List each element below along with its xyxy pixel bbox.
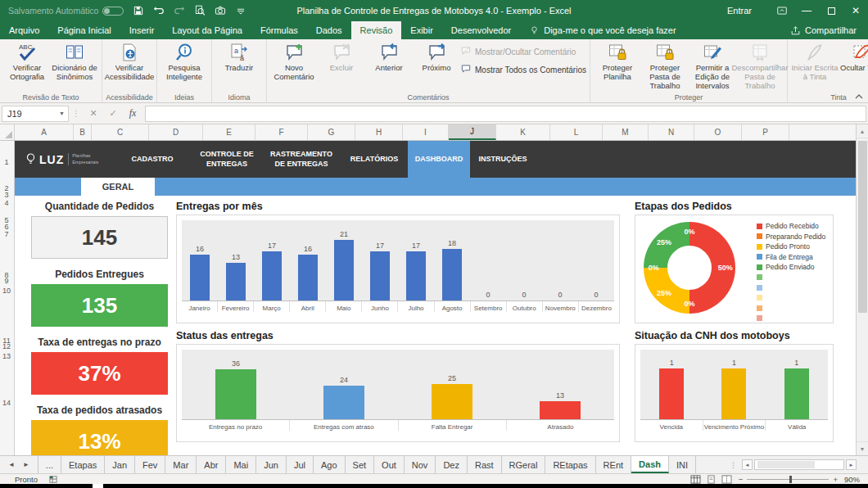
row-header-4[interactable]: 4 [0, 199, 13, 207]
sheet-tab-set[interactable]: Set [346, 456, 375, 473]
close-button[interactable]: ✕ [843, 0, 868, 21]
camera-button[interactable] [214, 4, 227, 17]
sheet-tab-abr[interactable]: Abr [197, 456, 226, 473]
dashboard-tab-dashboard[interactable]: DASHBOARD [408, 141, 470, 178]
sheet-tab-rgeral[interactable]: RGeral [502, 456, 546, 473]
sheet-tab-rent[interactable]: REnt [596, 456, 631, 473]
vertical-scrollbar[interactable]: ▲ ▼ [856, 124, 868, 455]
hscroll-track[interactable] [754, 459, 844, 470]
ribbon-button-proteger-planilha[interactable]: Proteger Planilha [594, 41, 641, 82]
ribbon-display-options-icon[interactable] [770, 0, 794, 21]
redo-button[interactable] [173, 4, 186, 17]
dashboard-tab-relatorios[interactable]: RELATÓRIOS [341, 141, 408, 178]
zoom-thumb[interactable] [789, 476, 792, 483]
zoom-in-icon[interactable]: + [833, 475, 838, 484]
row-header-7[interactable]: 7 [0, 230, 13, 238]
sheet-tab-mar[interactable]: Mar [165, 456, 197, 473]
sheet-tab-dez[interactable]: Dez [436, 456, 468, 473]
namebox-dropdown-icon[interactable]: ▼ [59, 111, 68, 116]
ribbon-button-mostrar-todos-os-comentarios[interactable]: Mostrar Todos os Comentários [460, 61, 586, 78]
menu-tab-exibir[interactable]: Exibir [401, 21, 442, 39]
column-header-f[interactable]: F [255, 124, 308, 140]
menu-tab-revisao[interactable]: Revisão [351, 21, 402, 39]
scroll-down-icon[interactable]: ▼ [857, 441, 868, 455]
row-header-14[interactable]: 14 [0, 399, 13, 407]
view-page-layout-icon[interactable] [706, 475, 717, 484]
view-normal-icon[interactable] [690, 475, 701, 484]
scroll-up-icon[interactable]: ▲ [857, 124, 868, 138]
undo-button[interactable] [152, 4, 165, 17]
zoom-slider[interactable] [747, 479, 829, 480]
menu-tab-arquivo[interactable]: Arquivo [0, 21, 48, 39]
menu-tab-inserir[interactable]: Inserir [120, 21, 164, 39]
dashboard-tab-controle-de-entregas[interactable]: CONTROLE DE ENTREGAS [192, 141, 262, 178]
sheet-tab-jan[interactable]: Jan [105, 456, 135, 473]
ribbon-button-traduzir[interactable]: aǎTraduzir [215, 41, 263, 73]
sheet-tab-rast[interactable]: Rast [468, 456, 502, 473]
sheet-tab-jul[interactable]: Jul [287, 456, 314, 473]
autosave-switch[interactable] [102, 7, 124, 16]
hscroll-left-icon[interactable]: ◄ [742, 459, 753, 470]
collapse-ribbon-icon[interactable] [855, 88, 863, 103]
vscroll-thumb[interactable] [858, 141, 867, 313]
sheet-nav-left-icon[interactable]: ◄ [8, 461, 15, 468]
print-preview-button[interactable] [193, 4, 206, 17]
dashboard-tab-instrucoes[interactable]: INSTRUÇÕES [470, 141, 536, 178]
menu-tab-formulas[interactable]: Fórmulas [251, 21, 307, 39]
sheet-tab-nov[interactable]: Nov [405, 456, 436, 473]
column-header-i[interactable]: I [403, 124, 449, 140]
ribbon-button-anterior[interactable]: Anterior [365, 41, 413, 73]
restore-button[interactable] [819, 0, 843, 21]
row-header-13[interactable]: 13 [0, 352, 13, 360]
sheet-tab-ago[interactable]: Ago [314, 456, 346, 473]
confirm-entry-icon[interactable]: ✓ [104, 106, 122, 122]
macro-record-icon[interactable] [49, 476, 57, 483]
ribbon-button-verificar-ortografia[interactable]: ABCVerificar Ortografia [3, 41, 51, 82]
ribbon-button-permitir-a-edicao-de-intervalos[interactable]: Permitir a Edição de Intervalos [689, 41, 736, 91]
sheet-tab-fev[interactable]: Fev [135, 456, 165, 473]
menu-tab-layout-da-pagina[interactable]: Layout da Página [163, 21, 251, 39]
row-header-12[interactable]: 12 [0, 342, 13, 350]
hscroll-thumb[interactable] [757, 461, 815, 468]
dashboard-tab-cadastro[interactable]: CADASTRO [113, 141, 192, 178]
zoom-out-icon[interactable]: − [739, 475, 744, 484]
column-header-b[interactable]: B [74, 124, 92, 140]
select-all-corner[interactable] [0, 124, 15, 140]
column-header-o[interactable]: O [694, 124, 742, 140]
ribbon-button-dicionario-de-sinonimos[interactable]: Dicionário de Sinônimos [51, 41, 98, 82]
ribbon-button-verificar-acessibilidade[interactable]: Verificar Acessibilidade [106, 41, 153, 82]
column-header-h[interactable]: H [355, 124, 403, 140]
sheet-tab-etapas[interactable]: Etapas [61, 456, 105, 473]
view-page-break-icon[interactable] [721, 475, 732, 484]
ribbon-button-novo-comentario[interactable]: Novo Comentário [270, 41, 318, 82]
row-header-9[interactable]: 9 [0, 277, 13, 285]
menu-tab-dados[interactable]: Dados [307, 21, 351, 39]
column-header-a[interactable]: A [15, 124, 74, 140]
sheet-nav-right-icon[interactable]: ► [23, 461, 29, 468]
sheet-tab-dash[interactable]: Dash [631, 456, 669, 473]
menu-tab-desenvolvedor[interactable]: Desenvolvedor [442, 21, 520, 39]
column-header-m[interactable]: M [603, 124, 649, 140]
column-header-l[interactable]: L [550, 124, 603, 140]
menu-tab-pagina-inicial[interactable]: Página Inicial [48, 21, 120, 39]
cancel-entry-icon[interactable]: ✕ [84, 106, 102, 122]
zoom-level[interactable]: 90% [844, 475, 860, 484]
save-button[interactable] [132, 4, 145, 17]
column-header-k[interactable]: K [496, 124, 550, 140]
column-header-c[interactable]: C [92, 124, 149, 140]
customize-qat-button[interactable] [234, 4, 247, 17]
column-header-j[interactable]: J [449, 124, 496, 140]
column-header-d[interactable]: D [149, 124, 203, 140]
column-header-p[interactable]: P [742, 124, 789, 140]
sign-in-button[interactable]: Entrar [727, 6, 752, 16]
row-header-1[interactable]: 1 [0, 158, 13, 166]
ribbon-button-ocultar-tinta[interactable]: Ocultar Tinta [839, 41, 868, 73]
sheet-tab-jun[interactable]: Jun [256, 456, 287, 473]
sheet-tab-retapas[interactable]: REtapas [545, 456, 595, 473]
autosave-toggle[interactable]: Salvamento Automático [8, 6, 124, 16]
sheet-tab-out[interactable]: Out [374, 456, 405, 473]
column-header-g[interactable]: G [308, 124, 355, 140]
ribbon-button-pesquisa-inteligente[interactable]: Pesquisa Inteligente [160, 41, 208, 82]
column-header-n[interactable]: N [649, 124, 694, 140]
column-header-e[interactable]: E [203, 124, 255, 140]
